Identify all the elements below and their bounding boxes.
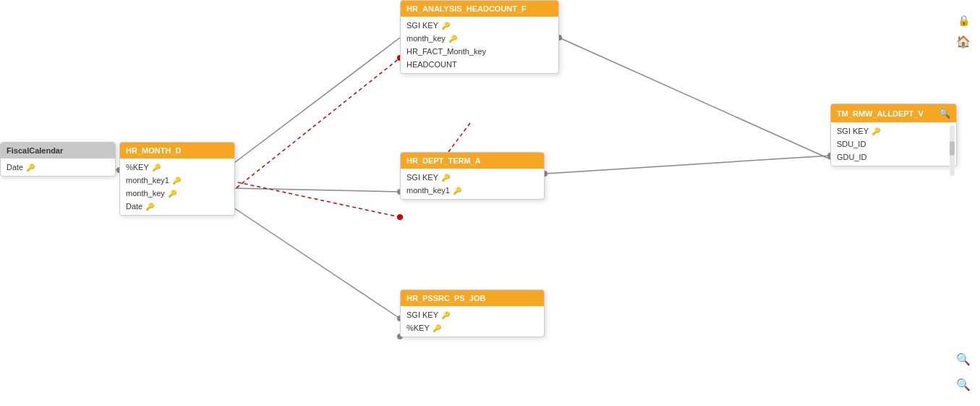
hr-analysis-headcount-header: HR_ANALYSIS_HEADCOUNT_F bbox=[401, 1, 558, 17]
field-name: %KEY bbox=[126, 163, 149, 172]
field-name: SGI KEY bbox=[406, 173, 438, 182]
field-name: month_key bbox=[406, 34, 446, 43]
zoom-in-icon[interactable]: 🔍 bbox=[956, 352, 971, 366]
tm-rmw-alldept-header: TM_RMW_ALLDEPT_V bbox=[837, 109, 924, 118]
zoom-in-icon[interactable]: 🔍 bbox=[939, 108, 950, 119]
field-name: month_key bbox=[126, 189, 165, 198]
table-row: month_key1 🔑 bbox=[401, 184, 544, 197]
field-name: Date bbox=[7, 163, 23, 172]
field-name: SGI KEY bbox=[406, 21, 438, 30]
table-row: month_key1 🔑 bbox=[120, 174, 234, 187]
right-panel: 🔒 🏠 🔍 🔍 bbox=[953, 0, 974, 406]
key-icon: 🔑 bbox=[172, 177, 179, 184]
hr-analysis-headcount-table: HR_ANALYSIS_HEADCOUNT_F SGI KEY 🔑 month_… bbox=[400, 0, 559, 74]
svg-line-2 bbox=[231, 206, 400, 318]
hr-month-d-table: HR_MONTH_D %KEY 🔑 month_key1 🔑 month_key… bbox=[119, 142, 235, 216]
table-row: %KEY 🔑 bbox=[401, 321, 544, 334]
table-row: Date 🔑 bbox=[1, 161, 115, 174]
field-name: HEADCOUNT bbox=[406, 60, 457, 69]
table-row: SDU_ID bbox=[831, 138, 956, 151]
key-icon: 🔑 bbox=[448, 35, 456, 42]
table-row: %KEY 🔑 bbox=[120, 161, 234, 174]
home-icon[interactable]: 🏠 bbox=[956, 35, 971, 48]
field-name: month_key1 bbox=[126, 176, 169, 185]
svg-line-6 bbox=[231, 58, 400, 192]
table-row: SGI KEY 🔑 bbox=[401, 19, 558, 32]
fiscalcalendar-table: FiscalCalendar Date 🔑 bbox=[0, 142, 116, 177]
key-icon: 🔑 bbox=[872, 127, 879, 135]
hr-dept-term-header: HR_DEPT_TERM_A bbox=[401, 153, 544, 169]
key-icon: 🔑 bbox=[152, 164, 159, 171]
svg-line-0 bbox=[231, 38, 400, 165]
key-icon: 🔑 bbox=[441, 174, 448, 181]
key-icon: 🔑 bbox=[441, 22, 448, 29]
lock-icon[interactable]: 🔒 bbox=[958, 14, 970, 26]
table-row: SGI KEY 🔑 bbox=[401, 171, 544, 184]
field-name: Date bbox=[126, 202, 142, 211]
svg-point-15 bbox=[397, 214, 403, 220]
table-row: SGI KEY 🔑 bbox=[401, 308, 544, 321]
key-icon: 🔑 bbox=[145, 203, 153, 210]
zoom-out-icon[interactable]: 🔍 bbox=[956, 378, 971, 392]
table-row: SGI KEY 🔑 bbox=[831, 124, 956, 138]
key-icon: 🔑 bbox=[441, 311, 448, 318]
key-icon: 🔑 bbox=[433, 324, 440, 331]
key-icon: 🔑 bbox=[453, 187, 460, 194]
field-name: month_key1 bbox=[406, 186, 450, 195]
table-row: GDU_ID bbox=[831, 151, 956, 164]
field-name: SGI KEY bbox=[406, 310, 438, 319]
table-row: month_key 🔑 bbox=[120, 187, 234, 200]
hr-pssrc-ps-job-table: HR_PSSRC_PS_JOB SGI KEY 🔑 %KEY 🔑 bbox=[400, 289, 545, 337]
key-icon: 🔑 bbox=[26, 164, 33, 171]
svg-line-3 bbox=[559, 38, 830, 159]
svg-line-8 bbox=[448, 123, 470, 152]
hr-pssrc-ps-job-header: HR_PSSRC_PS_JOB bbox=[401, 290, 544, 306]
field-name: GDU_ID bbox=[837, 153, 867, 161]
field-name: HR_FACT_Month_key bbox=[406, 47, 486, 56]
field-name: SGI KEY bbox=[837, 127, 869, 135]
field-name: SDU_ID bbox=[837, 140, 866, 148]
key-icon: 🔑 bbox=[168, 190, 175, 197]
tm-rmw-alldept-table: TM_RMW_ALLDEPT_V 🔍 SGI KEY 🔑 SDU_ID GDU_… bbox=[830, 103, 957, 166]
table-row: HR_FACT_Month_key bbox=[401, 45, 558, 58]
hr-month-d-header: HR_MONTH_D bbox=[120, 143, 234, 158]
svg-line-1 bbox=[231, 188, 400, 192]
svg-line-7 bbox=[231, 181, 400, 217]
hr-dept-term-table: HR_DEPT_TERM_A SGI KEY 🔑 month_key1 🔑 bbox=[400, 152, 545, 200]
table-row: Date 🔑 bbox=[120, 200, 234, 213]
fiscalcalendar-header: FiscalCalendar bbox=[1, 143, 115, 158]
field-name: %KEY bbox=[406, 323, 430, 332]
table-row: HEADCOUNT bbox=[401, 58, 558, 71]
table-row: month_key 🔑 bbox=[401, 32, 558, 45]
svg-line-4 bbox=[545, 156, 830, 174]
